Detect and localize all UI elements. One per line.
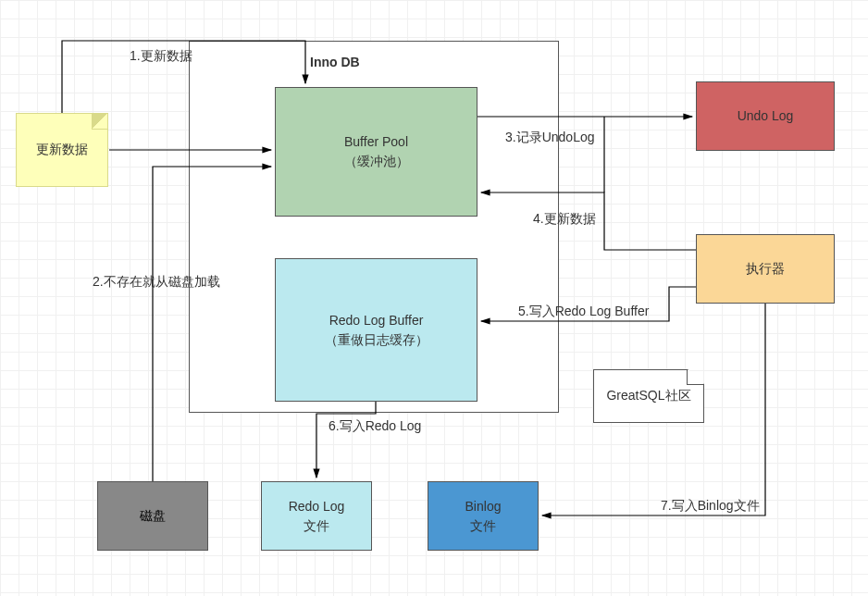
edge5-label: 5.写入Redo Log Buffer [518, 304, 649, 320]
redo-buf-sub: （重做日志缓存） [325, 330, 428, 350]
edge4-label: 4.更新数据 [533, 211, 596, 228]
disk-box: 磁盘 [97, 481, 208, 551]
edge6-label: 6.写入Redo Log [329, 418, 421, 435]
buffer-pool-sub: （缓冲池） [344, 152, 409, 171]
buffer-pool-box: Buffer Pool （缓冲池） [275, 87, 477, 217]
redo-log-buffer-box: Redo Log Buffer （重做日志缓存） [275, 258, 477, 402]
disk-label: 磁盘 [140, 506, 166, 526]
edge7-label: 7.写入Binlog文件 [661, 498, 760, 515]
binlog-l1: Binlog [465, 497, 502, 516]
greatsql-label: GreatSQL社区 [606, 388, 690, 404]
binlog-file-box: Binlog 文件 [428, 481, 539, 551]
binlog-l2: 文件 [470, 516, 496, 536]
undo-log-label: Undo Log [738, 106, 794, 126]
buffer-pool-title: Buffer Pool [344, 132, 408, 152]
redo-file-l1: Redo Log [289, 497, 345, 516]
redo-log-file-box: Redo Log 文件 [261, 481, 372, 551]
undo-log-box: Undo Log [696, 81, 835, 151]
redo-buf-title: Redo Log Buffer [329, 311, 424, 330]
greatsql-fold [687, 369, 704, 385]
executor-box: 执行器 [696, 234, 835, 304]
edge2-label: 2.不存在就从磁盘加载 [93, 274, 220, 291]
edge3-label: 3.记录UndoLog [505, 130, 595, 146]
innodb-label: Inno DB [310, 53, 360, 72]
redo-file-l2: 文件 [304, 516, 329, 536]
edge1-label: 1.更新数据 [130, 48, 192, 65]
update-data-note: 更新数据 [16, 113, 108, 187]
note-text: 更新数据 [36, 142, 88, 158]
executor-label: 执行器 [746, 259, 785, 279]
